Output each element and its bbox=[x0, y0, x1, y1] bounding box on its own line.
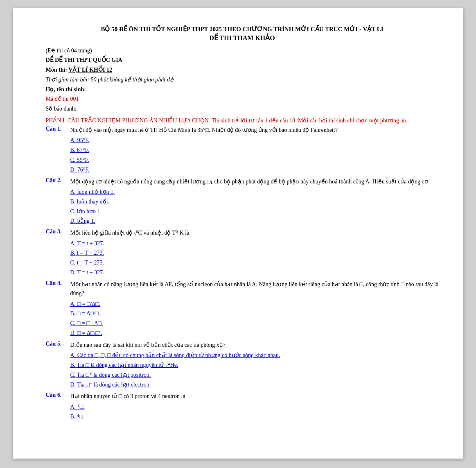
q3-d-text: T = t − 327. bbox=[77, 269, 104, 276]
exam-page: BỘ 50 ĐỀ ÔN THI TỐT NGHIỆP THPT 2025 THE… bbox=[13, 8, 463, 459]
q2-c: C. lớn hơn 1. bbox=[70, 207, 439, 217]
section1-header-text: PHẦN I. CÂU TRẮC NGHIỆM PHƯƠNG ÁN NHIỀU … bbox=[46, 118, 408, 124]
q2-a-label: A. bbox=[70, 189, 76, 195]
q3-b: B. t = T + 273. bbox=[70, 248, 439, 258]
q2-a-text: luôn nhỏ hơn 1. bbox=[77, 189, 115, 195]
q4-c: C. □ = □ · Δ□. bbox=[70, 319, 439, 328]
q2-text: Một động cơ nhiệt có nguồn nóng cung cấp… bbox=[70, 177, 439, 186]
time-info: Thời gian làm bài: 50 phút không kể thời… bbox=[46, 75, 439, 85]
title-block: BỘ 50 ĐỀ ÔN THI TỐT NGHIỆP THPT 2025 THE… bbox=[46, 25, 439, 42]
title-line1: BỘ 50 ĐỀ ÔN THI TỐT NGHIỆP THPT 2025 THE… bbox=[101, 26, 383, 32]
q2-d-text: bằng 1. bbox=[77, 218, 95, 224]
q3-a-text: T = t + 327. bbox=[77, 240, 104, 246]
q1-label: Câu 1. bbox=[46, 126, 70, 175]
q1-d-label: D. bbox=[70, 167, 76, 173]
q3-c-label: C. bbox=[70, 260, 76, 266]
q2-b: B. luôn thay đổi. bbox=[70, 197, 439, 207]
name-label: Họ, tên thí sinh: bbox=[46, 86, 86, 93]
exam-type: ĐỀ ĐỂ THI THPT QUỐC GIA bbox=[46, 55, 439, 65]
q3-c: C. t = T − 273. bbox=[70, 258, 439, 268]
q4-b-label: B. bbox=[70, 310, 76, 317]
q3-text: Mối liên hệ giữa nhiệt độ t⁰C và nhiệt đ… bbox=[70, 228, 439, 237]
q6-text: Hạt nhân nguyên tử □ có 3 proton và 4 ne… bbox=[70, 392, 439, 401]
section1-header: PHẦN I. CÂU TRẮC NGHIỆM PHƯƠNG ÁN NHIỀU … bbox=[46, 117, 439, 124]
q1-c-label: C. bbox=[70, 157, 76, 163]
q2-b-text: luôn thay đổi. bbox=[77, 199, 109, 205]
q6-b: B. ⁴□. bbox=[70, 412, 439, 422]
q1-c: C. 59°F. bbox=[70, 155, 439, 165]
q5-a: A. Các tia □, □, □ đều có chung bản chất… bbox=[70, 350, 439, 360]
q1-d: D. 76°F. bbox=[70, 165, 439, 175]
q1-b: B. 67°F. bbox=[70, 145, 439, 155]
subject-label: Môn thi: bbox=[46, 67, 69, 73]
so-bao-danh: Số báo danh: bbox=[46, 104, 439, 114]
q4-content: Một hạt nhân có năng lượng liên kết là Δ… bbox=[70, 280, 439, 338]
q2-d-label: D. bbox=[70, 218, 76, 224]
q1-a-text: 95°F. bbox=[77, 137, 90, 143]
subject-value: VẬT LÍ KHỐI 12 bbox=[68, 67, 112, 73]
question-4: Câu 4. Một hạt nhân có năng lượng liên k… bbox=[46, 280, 439, 338]
q2-c-label: C. bbox=[70, 208, 76, 215]
ma-de: Mã đề thi 001 bbox=[46, 94, 439, 104]
q5-a-text: Các tia □, □, □ đều có chung bản chất là… bbox=[77, 352, 280, 358]
q4-a-text: □ = □/Δ□. bbox=[77, 301, 101, 307]
q2-d: D. bằng 1. bbox=[70, 216, 439, 226]
q6-b-text: ⁴□. bbox=[77, 414, 84, 420]
q4-b-text: □ = Δ□/□. bbox=[77, 310, 100, 317]
q4-a-label: A. bbox=[70, 301, 76, 307]
title-main: BỘ 50 ĐỀ ÔN THI TỐT NGHIỆP THPT 2025 THE… bbox=[46, 25, 439, 34]
q1-d-text: 76°F. bbox=[77, 167, 90, 173]
q5-label: Câu 5. bbox=[46, 341, 70, 390]
q6-label: Câu 6. bbox=[46, 392, 70, 421]
page-count: (Đề thi có 04 trang) bbox=[46, 46, 439, 56]
q3-b-label: B. bbox=[70, 250, 76, 256]
q2-b-label: B. bbox=[70, 199, 76, 205]
question-6: Câu 6. Hạt nhân nguyên tử □ có 3 proton … bbox=[46, 392, 439, 421]
q3-b-text: t = T + 273. bbox=[77, 250, 104, 256]
question-1: Câu 1. Nhiệt độ vào một ngày mùa hè ở TP… bbox=[46, 126, 439, 175]
q3-d: D. T = t − 327. bbox=[70, 268, 439, 278]
q4-text: Một hạt nhân có năng lượng liên kết là Δ… bbox=[70, 280, 439, 298]
question-3: Câu 3. Mối liên hệ giữa nhiệt độ t⁰C và … bbox=[46, 228, 439, 278]
q1-b-label: B. bbox=[70, 147, 76, 153]
q5-d-label: D. bbox=[70, 382, 76, 388]
q5-b: B. Tia □ là dòng các hạt nhân nguyên tử … bbox=[70, 360, 439, 370]
q4-c-text: □ = □ · Δ□. bbox=[77, 320, 103, 326]
q5-c: C. Tia □⁺ là dòng các hạt positron. bbox=[70, 370, 439, 380]
title-sub: ĐỀ THI THAM KHẢO bbox=[46, 34, 439, 42]
q3-a-label: A. bbox=[70, 240, 76, 246]
q4-d-text: □ = Δ□/□². bbox=[77, 330, 102, 336]
q5-a-label: A. bbox=[70, 352, 76, 358]
q1-c-text: 59°F. bbox=[77, 157, 89, 163]
q5-b-text: Tia □ là dòng các hạt nhân nguyên tử ₂⁴H… bbox=[77, 362, 178, 368]
q5-c-label: C. bbox=[70, 372, 76, 378]
q2-content: Một động cơ nhiệt có nguồn nóng cung cấp… bbox=[70, 177, 439, 226]
q1-content: Nhiệt độ vào một ngày mùa hè ở TP. Hồ Ch… bbox=[70, 126, 439, 175]
q5-c-text: Tia □⁺ là dòng các hạt positron. bbox=[77, 372, 151, 378]
q5-content: Điều nào sau đây là sai khi nói về bản c… bbox=[70, 341, 439, 390]
q5-d-text: Tia □⁻ là dòng các hạt electron. bbox=[77, 382, 151, 388]
q1-b-text: 67°F. bbox=[77, 147, 89, 153]
q6-a-label: A. bbox=[70, 404, 76, 410]
question-2: Câu 2. Một động cơ nhiệt có nguồn nóng c… bbox=[46, 177, 439, 226]
q3-c-text: t = T − 273. bbox=[77, 260, 104, 266]
q1-a: A. 95°F. bbox=[70, 136, 439, 145]
q3-content: Mối liên hệ giữa nhiệt độ t⁰C và nhiệt đ… bbox=[70, 228, 439, 278]
q5-d: D. Tia □⁻ là dòng các hạt electron. bbox=[70, 380, 439, 390]
q6-b-label: B. bbox=[70, 414, 76, 420]
q5-text: Điều nào sau đây là sai khi nói về bản c… bbox=[70, 341, 439, 350]
q3-label: Câu 3. bbox=[46, 228, 70, 278]
q1-a-label: A. bbox=[70, 137, 76, 143]
q6-content: Hạt nhân nguyên tử □ có 3 proton và 4 ne… bbox=[70, 392, 439, 421]
q3-d-label: D. bbox=[70, 269, 76, 276]
q2-c-text: lớn hơn 1. bbox=[77, 208, 102, 215]
q4-b: B. □ = Δ□/□. bbox=[70, 309, 439, 319]
q2-a: A. luôn nhỏ hơn 1. bbox=[70, 187, 439, 197]
q3-a: A. T = t + 327. bbox=[70, 239, 439, 249]
q4-d-label: D. bbox=[70, 330, 76, 336]
q2-label: Câu 2. bbox=[46, 177, 70, 226]
q1-text: Nhiệt độ vào một ngày mùa hè ở TP. Hồ Ch… bbox=[70, 126, 439, 135]
q4-a: A. □ = □/Δ□. bbox=[70, 299, 439, 309]
q6-a: A. ⁷□. bbox=[70, 402, 439, 412]
q4-d: D. □ = Δ□/□². bbox=[70, 328, 439, 338]
